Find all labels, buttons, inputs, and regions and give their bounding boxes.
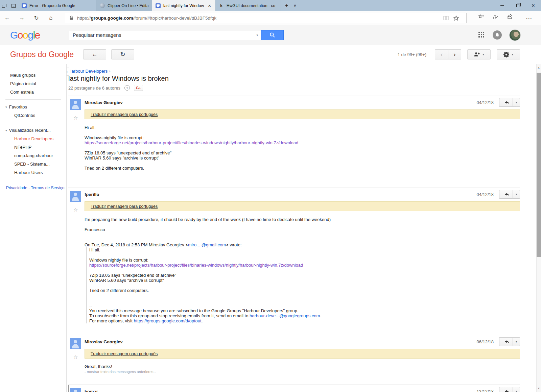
sidebar-item-com-estrela[interactable]: Com estrela [0, 88, 66, 96]
body-line: I'm preparing the new build procedure, i… [85, 217, 520, 222]
signature-line: -- [89, 303, 520, 308]
body-line: Great, thanks! [85, 364, 520, 369]
pagination-label: 1 de 99+ (99+) [398, 52, 426, 57]
web-note-pen-icon[interactable] [493, 14, 507, 22]
sidebar-item-harbour-users[interactable]: Harbour Users [0, 168, 66, 177]
privacy-terms-links[interactable]: Privacidade - Termos de Serviço [6, 186, 66, 190]
tab-title: Error - Grupos do Google [29, 3, 93, 8]
sidebar-item-sped[interactable]: SPED - Sistema... [0, 160, 66, 168]
members-actions-button[interactable]: ▾ [467, 49, 491, 59]
next-topic-button[interactable]: › [448, 49, 461, 59]
set-tabs-aside-icon[interactable]: ← [11, 4, 16, 8]
google-apps-grid-icon[interactable] [478, 32, 485, 39]
window-minimize-button[interactable] [494, 0, 510, 11]
post-author[interactable]: fperillo [85, 191, 520, 197]
page-scrollbar[interactable]: ∧ ∨ [536, 64, 541, 392]
google-bar: Google Pesquisar mensagens ▾ [0, 25, 541, 45]
tab-error-grupos[interactable]: Error - Grupos do Google [18, 0, 96, 11]
reply-button[interactable] [499, 337, 513, 346]
body-line: Tried on 2 different computers. [85, 166, 520, 171]
search-button[interactable] [261, 30, 284, 40]
post-author[interactable]: homar [85, 388, 520, 392]
account-avatar[interactable] [509, 29, 521, 41]
settings-button[interactable]: ▾ [497, 49, 520, 59]
avatar [70, 388, 81, 392]
sourceforge-link[interactable]: https://sourceforge.net/projects/harbour… [85, 140, 520, 145]
scrollbar-thumb[interactable] [537, 73, 541, 257]
sidebar-item-qtcontribs[interactable]: QtContribs [0, 111, 66, 120]
gplus-share-button[interactable]: G+ [134, 85, 143, 91]
post-author[interactable]: Miroslav Georgiev [85, 338, 520, 344]
more-options-icon[interactable]: ⋯ [522, 14, 536, 22]
post-menu-button[interactable]: ▾ [513, 387, 520, 392]
reply-icon [503, 100, 509, 105]
search-scope-caret-icon[interactable]: ▾ [256, 33, 258, 37]
sourceforge-link[interactable]: https://sourceforge.net/projects/harbour… [89, 263, 520, 268]
reply-button[interactable] [499, 190, 513, 199]
reply-icon [503, 192, 509, 197]
post-author[interactable]: Miroslav Georgiev [85, 99, 520, 105]
tab-hwgui[interactable]: k HwGUI documentation - co [215, 0, 281, 11]
show-previous-text-link[interactable]: - mostrar texto das mensagens anteriores… [85, 370, 520, 374]
forward-button[interactable]: → [15, 15, 29, 21]
sidebar-item-nfephp[interactable]: NFePHP [0, 143, 66, 151]
sidebar-section-favoritos[interactable]: ▾ Favoritos [0, 103, 66, 111]
tab-clipper[interactable]: Clipper On Line • Editar Me [96, 0, 152, 11]
tab-tools: ← [0, 0, 18, 11]
new-tab-button[interactable]: + [285, 3, 288, 9]
body-line: Windows nightly file is corrupt: [85, 135, 520, 140]
search-input[interactable]: Pesquisar mensagens ▾ [69, 30, 261, 40]
sidebar-section-recentes[interactable]: ▾ Visualizados recent... [0, 126, 66, 134]
groups-brand[interactable]: Grupos do Google [10, 50, 74, 59]
search-value: Pesquisar mensagens [73, 32, 256, 38]
reading-view-icon[interactable] [443, 16, 453, 20]
sidebar-item-pagina-inicial[interactable]: Página inicial [0, 79, 66, 88]
translate-link[interactable]: Traduzir mensagem para português [91, 351, 158, 356]
tab-list-chevron-icon[interactable]: ∨ [293, 3, 296, 8]
share-icon[interactable] [507, 14, 522, 22]
notifications-bell-icon[interactable] [493, 30, 502, 40]
star-icon[interactable]: ☆ [73, 354, 78, 360]
unsubscribe-email-link[interactable]: harbour-deve...@googlegroups.com [250, 313, 320, 318]
sidebar-item-harbour-developers[interactable]: Harbour Developers [0, 134, 66, 143]
tab-last-nightly-active[interactable]: last nightly for Window × [152, 0, 215, 11]
post-menu-button[interactable]: ▾ [513, 190, 520, 199]
refresh-topic-button[interactable]: ↻ [111, 49, 134, 59]
hub-favorites-icon[interactable] [478, 14, 493, 22]
translate-banner: Traduzir mensagem para português [85, 109, 520, 119]
google-logo: Google [10, 29, 43, 41]
email-link[interactable]: miro....@gmail.com [188, 242, 226, 247]
previous-topic-button[interactable]: ‹ [435, 49, 448, 59]
address-bar[interactable]: https://groups.google.com/forum/#!topic/… [65, 13, 467, 23]
refresh-button[interactable]: ↻ [29, 15, 44, 22]
scroll-down-icon[interactable]: ∨ [537, 387, 541, 390]
collapse-sidebar-button[interactable]: ◂ [66, 68, 69, 76]
collapse-triangle-icon[interactable]: ▾ [5, 129, 7, 132]
reply-button[interactable] [499, 98, 513, 107]
member-gear-icon [474, 52, 480, 57]
collapse-triangle-icon[interactable]: ▾ [5, 105, 7, 109]
add-favorite-star-icon[interactable] [453, 16, 464, 21]
translate-link[interactable]: Traduzir mensagem para português [91, 112, 158, 117]
back-button[interactable]: ← [0, 15, 15, 21]
back-to-topics-button[interactable]: ← [83, 49, 106, 59]
body-line: Hi all. [85, 125, 520, 130]
translate-link[interactable]: Traduzir mensagem para português [91, 204, 158, 209]
sidebar-item-meus-grupos[interactable]: Meus grupos [0, 71, 66, 79]
home-button[interactable]: ⌂ [44, 15, 58, 21]
star-icon[interactable]: ☆ [73, 207, 78, 213]
tab-close-icon[interactable]: × [207, 3, 212, 8]
thread-options-icon[interactable]: ▾ [124, 85, 130, 91]
sidebar-item-xharbour[interactable]: comp.lang.xharbour [0, 151, 66, 160]
breadcrumb[interactable]: Harbour Developers › [68, 69, 520, 74]
scroll-up-icon[interactable]: ∧ [537, 66, 541, 69]
optout-link[interactable]: https://groups.google.com/d/optout [134, 318, 202, 323]
window-close-button[interactable]: ✕ [525, 0, 541, 11]
star-icon[interactable]: ☆ [73, 115, 78, 121]
post-menu-button[interactable]: ▾ [513, 98, 520, 107]
post-menu-button[interactable]: ▾ [513, 337, 520, 346]
tab-preview-icon[interactable] [2, 4, 7, 8]
footer-line: To unsubscribe from this group and stop … [89, 313, 520, 318]
window-restore-button[interactable] [510, 0, 525, 11]
reply-button[interactable] [499, 387, 513, 392]
